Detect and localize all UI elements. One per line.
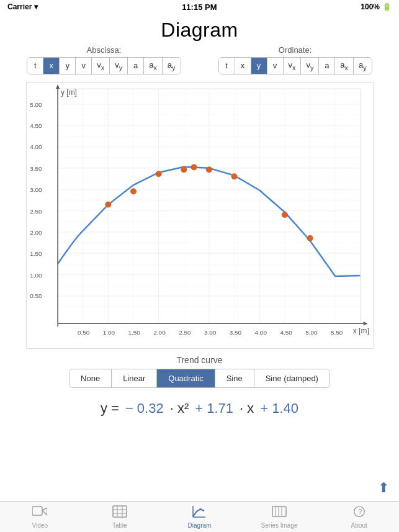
ordinate-group: Ordinate: t x y v vx vy a ax ay (218, 45, 372, 74)
video-icon (32, 505, 47, 521)
abscissa-group: Abscissa: t x y v vx vy a ax ay (27, 45, 181, 74)
data-point (191, 164, 197, 170)
svg-text:0.50: 0.50 (77, 329, 89, 336)
data-point (105, 201, 111, 207)
trend-btn-sine[interactable]: Sine (215, 369, 254, 387)
svg-text:4.00: 4.00 (254, 329, 267, 336)
tab-label-diagram: Diagram (188, 522, 212, 529)
tab-label-about: About (351, 522, 367, 529)
data-point (231, 173, 237, 179)
ordinate-btn-y[interactable]: y (251, 58, 267, 74)
svg-text:2.00: 2.00 (30, 228, 42, 235)
eq-prefix: y = (101, 400, 119, 417)
svg-rect-72 (272, 507, 286, 516)
svg-rect-65 (113, 506, 127, 517)
ordinate-btn-ax[interactable]: ax (335, 58, 354, 74)
ordinate-buttons: t x y v vx vy a ax ay (218, 57, 372, 74)
tab-bar: Video Table Diagram Series Image ? About (0, 501, 399, 532)
trend-buttons: None Linear Quadratic Sine Sine (damped) (69, 369, 330, 388)
chart-svg: y [m] x [m] 0.50 1.00 1.50 2.00 2.50 3.0… (27, 83, 373, 348)
trend-btn-none[interactable]: None (69, 369, 112, 387)
data-point (155, 171, 161, 177)
ordinate-btn-x[interactable]: x (235, 58, 251, 74)
svg-text:5.00: 5.00 (30, 101, 42, 107)
equation-row: y = − 0.32 · x² + 1.71 · x + 1.40 (101, 400, 298, 417)
abscissa-buttons: t x y v vx vy a ax ay (27, 57, 181, 74)
trend-curve-label: Trend curve (176, 355, 222, 365)
trend-btn-linear[interactable]: Linear (112, 369, 157, 387)
abscissa-btn-a[interactable]: a (128, 58, 144, 74)
abscissa-btn-t[interactable]: t (27, 58, 43, 74)
trend-btn-sine-damped[interactable]: Sine (damped) (254, 369, 330, 387)
abscissa-btn-v[interactable]: v (76, 58, 92, 74)
abscissa-btn-ay[interactable]: ay (163, 58, 181, 74)
wifi-icon: ▾ (34, 2, 38, 11)
svg-text:5.00: 5.00 (305, 329, 318, 336)
svg-text:?: ? (358, 507, 362, 515)
svg-text:2.50: 2.50 (179, 329, 191, 336)
share-button-area: ⬆︎ (378, 480, 389, 496)
data-point (130, 188, 137, 194)
ordinate-btn-vx[interactable]: vx (284, 58, 302, 74)
trend-btn-quadratic[interactable]: Quadratic (157, 369, 215, 387)
ordinate-btn-t[interactable]: t (219, 58, 235, 74)
main-content: Diagram Abscissa: t x y v vx vy a ax ay … (0, 14, 399, 501)
diagram-icon (192, 505, 207, 521)
svg-text:3.50: 3.50 (229, 329, 241, 336)
svg-text:3.00: 3.00 (30, 186, 42, 193)
eq-coef1: − 0.32 (125, 400, 164, 417)
eq-coef2: + 1.71 (195, 400, 233, 417)
ordinate-btn-vy[interactable]: vy (301, 58, 319, 74)
abscissa-btn-ax[interactable]: ax (144, 58, 163, 74)
table-icon (112, 505, 127, 521)
page-title: Diagram (161, 19, 238, 42)
tab-label-series: Series Image (261, 522, 298, 529)
svg-text:4.50: 4.50 (280, 329, 292, 336)
svg-rect-63 (32, 507, 42, 515)
svg-text:4.50: 4.50 (30, 122, 42, 129)
svg-marker-64 (42, 508, 47, 515)
ordinate-btn-ay[interactable]: ay (354, 58, 372, 74)
battery-text: 100% (361, 2, 380, 11)
tab-label-table: Table (112, 522, 127, 529)
tab-item-video[interactable]: Video (0, 505, 80, 529)
abscissa-btn-vy[interactable]: vy (110, 58, 128, 74)
abscissa-btn-vx[interactable]: vx (92, 58, 110, 74)
series-icon (272, 505, 287, 521)
tab-item-table[interactable]: Table (80, 505, 160, 529)
eq-var1: · x² (170, 400, 189, 417)
svg-text:2.00: 2.00 (153, 329, 166, 336)
status-left: Carrier ▾ (7, 2, 38, 11)
data-point (307, 235, 313, 241)
status-right: 100% 🔋 (361, 2, 392, 11)
selector-row: Abscissa: t x y v vx vy a ax ay Ordinate… (0, 45, 399, 74)
share-icon[interactable]: ⬆︎ (378, 480, 389, 495)
svg-marker-38 (363, 322, 367, 325)
carrier-text: Carrier (7, 2, 32, 11)
svg-text:4.00: 4.00 (30, 143, 42, 150)
chart-container: y [m] x [m] 0.50 1.00 1.50 2.00 2.50 3.0… (26, 82, 374, 349)
svg-text:5.50: 5.50 (331, 329, 343, 336)
svg-text:x [m]: x [m] (352, 327, 369, 335)
data-point (205, 166, 212, 173)
svg-text:y [m]: y [m] (61, 88, 77, 97)
abscissa-btn-x[interactable]: x (43, 58, 60, 74)
tab-item-about[interactable]: ? About (319, 505, 399, 529)
svg-text:3.50: 3.50 (30, 165, 42, 171)
abscissa-btn-y[interactable]: y (60, 58, 76, 74)
ordinate-btn-v[interactable]: v (267, 58, 284, 74)
tab-item-series[interactable]: Series Image (240, 505, 320, 529)
svg-text:1.50: 1.50 (128, 329, 140, 336)
svg-text:1.00: 1.00 (102, 329, 115, 336)
eq-coef3: + 1.40 (260, 400, 298, 417)
svg-text:1.50: 1.50 (30, 250, 42, 257)
svg-text:0.50: 0.50 (30, 292, 42, 299)
data-point (281, 212, 287, 218)
svg-marker-39 (56, 84, 60, 89)
ordinate-btn-a[interactable]: a (319, 58, 335, 74)
svg-text:1.00: 1.00 (30, 271, 42, 278)
status-bar: Carrier ▾ 11:15 PM 100% 🔋 (0, 0, 399, 14)
battery-icon: 🔋 (382, 2, 392, 11)
tab-label-video: Video (32, 522, 48, 529)
tab-item-diagram[interactable]: Diagram (159, 505, 240, 529)
